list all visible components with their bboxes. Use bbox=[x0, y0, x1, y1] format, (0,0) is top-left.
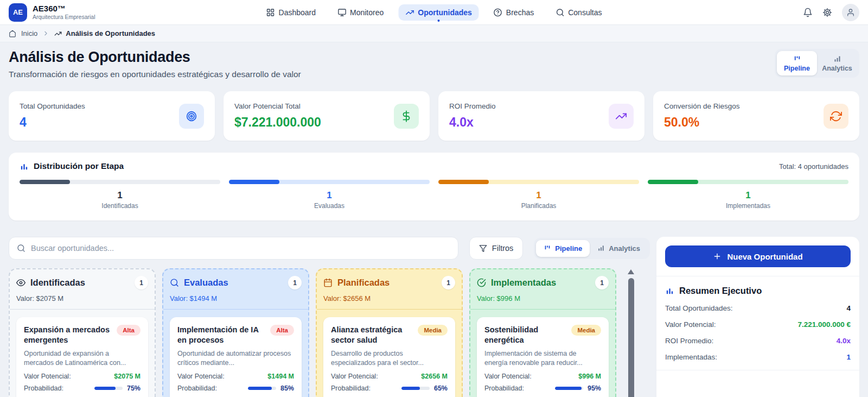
stat-card-total-oportunidades: Total Oportunidades 4 bbox=[9, 91, 215, 141]
stage-count: 1 bbox=[648, 190, 848, 201]
card-field-row: Probabilidad: 65% bbox=[331, 385, 448, 392]
column-count-badge: 1 bbox=[135, 276, 148, 289]
card-title: Alianza estratégica sector salud bbox=[331, 325, 418, 345]
kanban-icon bbox=[544, 244, 551, 252]
toolbar: Filtros Pipeline Analytics bbox=[9, 237, 650, 260]
home-icon bbox=[9, 30, 16, 37]
plus-icon bbox=[713, 252, 722, 261]
grid-icon bbox=[266, 8, 275, 17]
breadcrumb-current-label: Análisis de Oportunidades bbox=[66, 29, 155, 37]
chevron-right-icon bbox=[42, 30, 49, 37]
nav-brechas[interactable]: Brechas bbox=[487, 4, 541, 21]
probability-fill bbox=[401, 387, 420, 390]
card-field-row: Probabilidad: 75% bbox=[24, 385, 141, 392]
column-title: Identificadas bbox=[30, 278, 85, 288]
button-label: Nueva Oportunidad bbox=[727, 252, 802, 261]
bell-icon[interactable] bbox=[803, 8, 813, 17]
priority-badge: Media bbox=[418, 325, 448, 336]
column-count-badge: 1 bbox=[442, 276, 455, 289]
scrollbar-thumb[interactable] bbox=[628, 278, 634, 397]
view-toggle-analytics[interactable]: Analytics bbox=[817, 51, 857, 75]
new-opportunity-button[interactable]: Nueva Oportunidad bbox=[665, 245, 851, 267]
priority-badge: Alta bbox=[117, 325, 141, 336]
kanban-column-implementadas: Implementadas 1 Valor: $996 M Sostenibil… bbox=[469, 268, 616, 397]
toolbar-toggle-analytics[interactable]: Analytics bbox=[590, 240, 648, 257]
stat-value: 50.0% bbox=[664, 115, 740, 130]
gear-icon[interactable] bbox=[822, 8, 832, 17]
nav-label: Brechas bbox=[506, 8, 534, 17]
filter-icon bbox=[479, 244, 487, 253]
stage-planificadas: 1 Planificadas bbox=[438, 180, 639, 210]
search-input[interactable] bbox=[31, 244, 450, 253]
view-toggle-pipeline[interactable]: Pipeline bbox=[777, 51, 817, 75]
column-divider bbox=[317, 309, 462, 310]
stage-count: 1 bbox=[20, 190, 220, 201]
app-brand[interactable]: AE AE360™ Arquitectura Empresarial bbox=[9, 3, 95, 22]
kanban-column-identificadas: Identificadas 1 Valor: $2075 M Expansión… bbox=[9, 268, 156, 397]
kanban-icon bbox=[793, 55, 801, 63]
nav-consultas[interactable]: Consultas bbox=[548, 4, 609, 21]
column-divider bbox=[163, 309, 308, 310]
probability-bar bbox=[94, 387, 123, 390]
stage-evaluadas: 1 Evaluadas bbox=[229, 180, 430, 210]
card-description: Oportunidad de expansión a mercados de L… bbox=[24, 349, 141, 368]
user-avatar[interactable] bbox=[842, 4, 859, 21]
kanban-column-evaluadas: Evaluadas 1 Valor: $1494 M Implementació… bbox=[162, 268, 309, 397]
filters-button[interactable]: Filtros bbox=[469, 237, 523, 260]
search-box bbox=[9, 237, 458, 260]
column-divider bbox=[10, 309, 155, 310]
opportunity-card[interactable]: Expansión a mercados emergentes Alta Opo… bbox=[16, 317, 148, 397]
toolbar-toggle-pipeline[interactable]: Pipeline bbox=[536, 240, 590, 257]
nav-oportunidades[interactable]: Oportunidades bbox=[398, 4, 479, 21]
calendar-icon bbox=[323, 278, 333, 287]
card-description: Oportunidad de automatizar procesos crít… bbox=[177, 349, 294, 368]
bar-chart-icon bbox=[833, 55, 841, 63]
column-divider bbox=[470, 309, 615, 310]
probability-fill bbox=[248, 387, 272, 390]
top-actions bbox=[803, 4, 859, 21]
scrollbar-up-arrow[interactable] bbox=[628, 269, 634, 274]
card-field-row: Valor Potencial: $2656 M bbox=[331, 373, 448, 380]
opportunity-card[interactable]: Implementación de IA en procesos Alta Op… bbox=[170, 317, 302, 397]
stats-row: Total Oportunidades 4 Valor Potencial To… bbox=[9, 91, 859, 141]
card-title: Expansión a mercados emergentes bbox=[24, 325, 117, 345]
page-header: Análisis de Oportunidades Transformación… bbox=[9, 49, 859, 79]
refresh-icon bbox=[824, 104, 848, 129]
card-field-row: Valor Potencial: $1494 M bbox=[177, 373, 294, 380]
app-name: AE360™ bbox=[33, 4, 95, 14]
probability-bar bbox=[401, 387, 430, 390]
summary-row: Total Oportunidades: 4 bbox=[665, 304, 851, 312]
stage-progress-track bbox=[648, 180, 848, 184]
distribution-title: Distribución por Etapa bbox=[20, 161, 124, 171]
active-nav-dot bbox=[438, 20, 440, 22]
monitor-icon bbox=[337, 8, 346, 17]
trending-up-icon bbox=[54, 30, 62, 37]
stat-value: $7.221.000.000 bbox=[234, 115, 321, 130]
stage-progress-track bbox=[20, 180, 220, 184]
user-icon bbox=[846, 8, 855, 17]
toggle-label: Pipeline bbox=[784, 65, 810, 72]
nav-label: Dashboard bbox=[279, 8, 316, 17]
breadcrumb-home[interactable]: Inicio bbox=[21, 29, 37, 37]
card-field-row: Probabilidad: 85% bbox=[177, 385, 294, 392]
page-title: Análisis de Oportunidades bbox=[9, 49, 301, 66]
filters-label: Filtros bbox=[492, 244, 513, 253]
nav-dashboard[interactable]: Dashboard bbox=[259, 4, 323, 21]
opportunity-card[interactable]: Sostenibilidad energética Media Implemen… bbox=[477, 317, 609, 397]
search-icon bbox=[17, 244, 25, 253]
toggle-label: Pipeline bbox=[555, 244, 582, 253]
right-panel: Nueva Oportunidad Resumen Ejecutivo Tota… bbox=[656, 237, 859, 397]
probability-fill bbox=[94, 387, 116, 390]
stage-progress-track bbox=[229, 180, 430, 184]
page-subtitle: Transformación de riesgos en oportunidad… bbox=[9, 70, 301, 79]
opportunity-card[interactable]: Alianza estratégica sector salud Media D… bbox=[323, 317, 455, 397]
main-nav: Dashboard Monitoreo Oportunidades Brecha… bbox=[259, 0, 609, 24]
panel-divider bbox=[656, 276, 859, 276]
column-count-badge: 1 bbox=[595, 276, 609, 289]
stage-label: Evaluadas bbox=[229, 202, 430, 210]
help-circle-icon bbox=[494, 8, 502, 17]
vertical-scrollbar bbox=[628, 268, 634, 397]
distribution-total: Total: 4 oportunidades bbox=[779, 162, 848, 171]
probability-fill bbox=[555, 387, 582, 390]
nav-monitoreo[interactable]: Monitoreo bbox=[330, 4, 391, 21]
